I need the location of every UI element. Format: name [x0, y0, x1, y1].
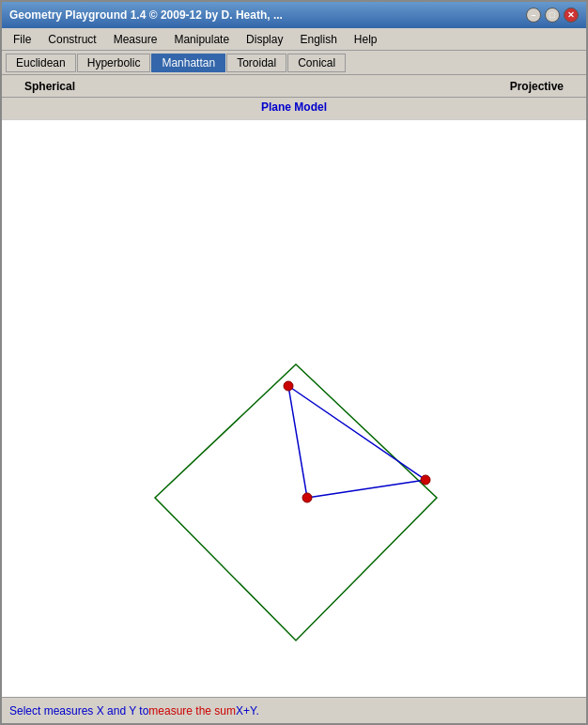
close-button[interactable]: ✕ — [564, 8, 579, 23]
menu-construct[interactable]: Construct — [40, 31, 103, 48]
model-row: Spherical Projective — [2, 75, 586, 98]
geometry-canvas — [2, 120, 586, 697]
maximize-button[interactable]: □ — [545, 8, 560, 23]
canvas-area[interactable] — [2, 120, 586, 697]
status-highlight: measure the sum — [148, 704, 236, 717]
diamond-shape — [155, 364, 437, 640]
vertex-point-2[interactable] — [421, 475, 430, 485]
window-title: Geometry Playground 1.4 © 2009-12 by D. … — [9, 8, 283, 22]
minimize-button[interactable]: – — [526, 8, 541, 23]
status-bar: Select measures X and Y to measure the s… — [2, 697, 586, 723]
menu-manipulate[interactable]: Manipulate — [166, 31, 237, 48]
tab-toroidal[interactable]: Toroidal — [226, 54, 286, 72]
triangle-line-2 — [307, 480, 426, 498]
menu-help[interactable]: Help — [347, 31, 385, 48]
tab-hyperbolic[interactable]: Hyperbolic — [77, 54, 151, 72]
plane-model-label: Plane Model — [261, 100, 327, 114]
main-window: Geometry Playground 1.4 © 2009-12 by D. … — [0, 0, 588, 725]
tab-conical[interactable]: Conical — [287, 54, 346, 72]
menu-display[interactable]: Display — [239, 31, 290, 48]
menu-file[interactable]: File — [6, 31, 39, 48]
geometry-tabs: Euclidean Hyperbolic Manhattan Toroidal … — [2, 51, 586, 75]
menu-bar: File Construct Measure Manipulate Displa… — [2, 28, 586, 51]
spherical-model[interactable]: Spherical — [6, 78, 94, 95]
tab-manhattan[interactable]: Manhattan — [151, 54, 225, 72]
menu-english[interactable]: English — [292, 31, 344, 48]
vertex-point-3[interactable] — [302, 493, 312, 502]
window-controls: – □ ✕ — [526, 8, 579, 23]
tab-euclidean[interactable]: Euclidean — [6, 54, 76, 72]
triangle-line-1 — [288, 386, 426, 480]
status-prefix: Select measures X and Y to — [9, 704, 148, 717]
title-bar: Geometry Playground 1.4 © 2009-12 by D. … — [2, 2, 586, 28]
plane-model-bar: Plane Model — [2, 98, 586, 120]
status-suffix: X+Y. — [236, 704, 259, 717]
vertex-point-1[interactable] — [284, 381, 293, 391]
projective-model[interactable]: Projective — [491, 78, 582, 95]
triangle-line-3 — [288, 386, 307, 498]
menu-measure[interactable]: Measure — [106, 31, 165, 48]
